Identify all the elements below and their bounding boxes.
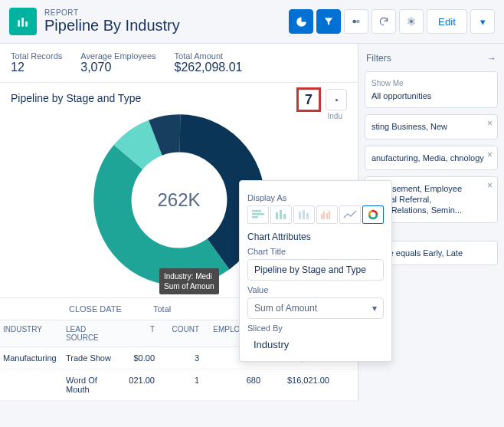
chart-type-grouped[interactable]	[316, 205, 338, 224]
filter-card[interactable]: × anufacturing, Media, chnology	[365, 146, 498, 170]
filters-expand-icon[interactable]: →	[487, 53, 496, 64]
chart-title-label: Chart Title	[247, 247, 384, 256]
stat-records: Total Records 12	[11, 51, 62, 74]
header-overline: REPORT	[44, 8, 289, 17]
chart-type-vbar[interactable]	[270, 205, 292, 224]
filter-button[interactable]	[316, 9, 341, 34]
report-app-icon	[9, 8, 37, 35]
svg-rect-20	[321, 214, 322, 219]
svg-point-6	[335, 98, 337, 100]
settings-button[interactable]	[399, 9, 424, 34]
svg-rect-16	[283, 214, 286, 219]
chevron-down-icon: ▾	[372, 303, 377, 314]
chart-settings-button[interactable]	[326, 89, 347, 110]
svg-rect-22	[326, 213, 328, 219]
close-icon[interactable]: ×	[487, 180, 493, 192]
sliced-by-label: Sliced By	[247, 324, 384, 333]
svg-rect-12	[252, 213, 264, 215]
svg-rect-11	[252, 210, 261, 212]
filter-show-me[interactable]: Show Me All opportunities	[365, 71, 498, 108]
chart-type-line[interactable]	[339, 205, 361, 224]
display-as-label: Display As	[247, 193, 384, 202]
svg-rect-23	[329, 211, 330, 219]
edit-button[interactable]: Edit	[427, 9, 467, 34]
svg-rect-18	[303, 210, 305, 219]
col-t: T	[118, 320, 158, 347]
col-close-date: CLOSE DATE	[63, 298, 147, 320]
stat-total-amount: Total Amount $262,098.01	[175, 51, 243, 74]
svg-rect-17	[299, 212, 301, 219]
chart-attributes-heading: Chart Attributes	[247, 232, 384, 242]
value-label: Value	[247, 285, 384, 294]
svg-point-4	[356, 20, 360, 24]
svg-rect-15	[280, 210, 282, 219]
chart-type-hbar[interactable]	[247, 205, 269, 224]
value-select[interactable]: Sum of Amount▾	[247, 297, 384, 319]
col-industry: INDUSTRY	[0, 320, 63, 347]
chart-type-stacked[interactable]	[293, 205, 315, 224]
table-row[interactable]: Word Of Mouth 021.00 1 680 $16,021.00	[0, 370, 358, 401]
svg-rect-1	[21, 18, 24, 27]
col-lead-source: LEAD SOURCE	[63, 320, 118, 347]
page-title: Pipeline By Industry	[44, 17, 289, 34]
svg-rect-0	[18, 20, 20, 26]
filters-heading: Filters	[366, 53, 391, 64]
refresh-button[interactable]	[371, 9, 396, 34]
step-badge-7: 7	[296, 87, 321, 112]
chart-tooltip: Industry: Medi Sum of Amoun	[159, 268, 219, 294]
svg-rect-19	[306, 213, 309, 219]
edit-dropdown-button[interactable]: ▾	[470, 9, 495, 34]
chart-title-input[interactable]	[247, 259, 384, 281]
chart-properties-popover: Display As Chart Attributes Chart Title …	[239, 180, 392, 362]
sliced-by-value: Industry	[247, 336, 384, 353]
stat-avg-employees: Average Employees 3,070	[80, 51, 155, 74]
collaborate-button[interactable]	[344, 9, 368, 34]
close-icon[interactable]: ×	[487, 118, 493, 130]
chart-type-donut[interactable]	[362, 205, 384, 224]
chart-toggle-button[interactable]	[289, 9, 313, 34]
close-icon[interactable]: ×	[487, 149, 493, 162]
svg-rect-13	[252, 216, 258, 218]
svg-rect-21	[323, 212, 325, 219]
col-total: Total	[147, 298, 193, 320]
chart-sub-label: Indu	[328, 112, 342, 120]
svg-rect-2	[25, 21, 28, 27]
col-count: COUNT	[158, 320, 202, 347]
filter-card[interactable]: × sting Business, New	[365, 114, 498, 139]
svg-point-3	[352, 20, 356, 24]
svg-rect-14	[276, 212, 278, 219]
